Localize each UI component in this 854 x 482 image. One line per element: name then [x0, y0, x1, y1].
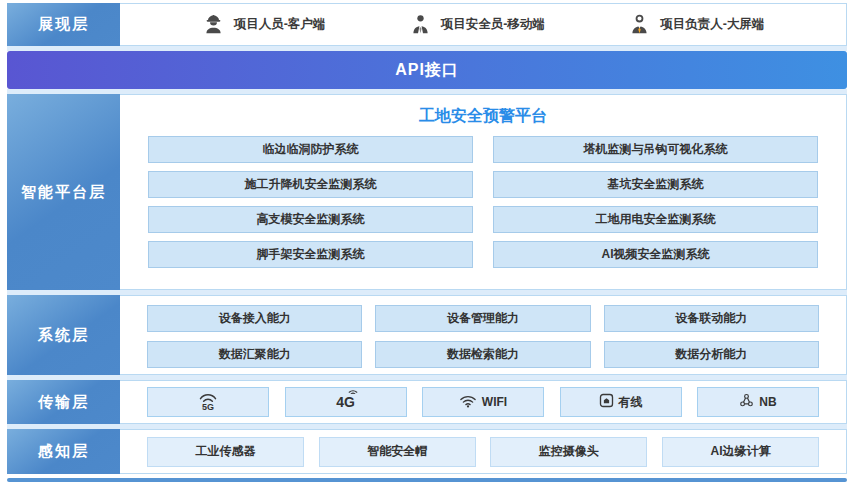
capability-box: 数据检索能力: [375, 341, 590, 368]
system-box: 脚手架安全监测系统: [148, 241, 473, 268]
system-layer-label: 系统层: [7, 295, 120, 375]
platform-layer-label: 智能平台层: [7, 94, 120, 290]
capability-box: 设备联动能力: [604, 305, 819, 332]
system-capabilities-grid: 设备接入能力 设备管理能力 设备联动能力 数据汇聚能力 数据检索能力 数据分析能…: [120, 296, 846, 368]
system-layer-row: 系统层 设备接入能力 设备管理能力 设备联动能力 数据汇聚能力 数据检索能力 数…: [7, 295, 847, 375]
channel-label: 4G: [336, 394, 355, 410]
channel-label: 有线: [619, 394, 643, 411]
channel-label: WIFI: [482, 395, 507, 409]
transport-layer-row: 传输层 5G 4G: [7, 380, 847, 424]
capability-box: 设备管理能力: [375, 305, 590, 332]
device-box: 监控摄像头: [490, 437, 647, 467]
transport-layer-content: 5G 4G: [120, 380, 847, 424]
system-box: 工地用电安全监测系统: [493, 206, 818, 233]
system-box: 高支模安全监测系统: [148, 206, 473, 233]
architecture-diagram: 展现层 项目人员-客户端: [0, 0, 854, 482]
worker-icon: [202, 13, 225, 36]
capability-box: 数据分析能力: [604, 341, 819, 368]
client-label: 项目人员-客户端: [234, 16, 326, 33]
api-bar-label: API接口: [395, 60, 459, 81]
manager-icon: [628, 13, 651, 36]
channel-label: 5G: [202, 403, 214, 412]
client-label: 项目安全员-移动端: [441, 16, 545, 33]
presentation-layer-content: 项目人员-客户端 项目安全员-移动端: [120, 3, 847, 46]
system-layer-content: 设备接入能力 设备管理能力 设备联动能力 数据汇聚能力 数据检索能力 数据分析能…: [120, 295, 847, 375]
channel-box-4g: 4G: [285, 387, 407, 417]
channel-label: NB: [759, 395, 776, 409]
system-box: AI视频安全监测系统: [493, 241, 818, 268]
channel-box-5g: 5G: [147, 387, 269, 417]
platform-layer-row: 智能平台层 工地安全预警平台 临边临洞防护系统 塔机监测与吊钩可视化系统 施工升…: [7, 94, 847, 290]
perception-layer-row: 感知层 工业传感器 智能安全帽 监控摄像头 AI边缘计算: [7, 429, 847, 474]
safety-officer-icon: [409, 13, 432, 36]
capability-box: 数据汇聚能力: [147, 341, 362, 368]
client-label: 项目负责人-大屏端: [660, 16, 764, 33]
channel-box-wifi: WIFI: [422, 387, 544, 417]
system-box: 施工升降机安全监测系统: [148, 171, 473, 198]
platform-layer-content: 工地安全预警平台 临边临洞防护系统 塔机监测与吊钩可视化系统 施工升降机安全监测…: [120, 94, 847, 290]
client-item-pc: 项目人员-客户端: [202, 13, 326, 36]
bottom-accent-bar: [7, 478, 847, 482]
wired-icon: [599, 393, 614, 411]
presentation-layer-row: 展现层 项目人员-客户端: [7, 3, 847, 46]
system-box: 塔机监测与吊钩可视化系统: [493, 136, 818, 163]
presentation-layer-label: 展现层: [7, 3, 120, 46]
device-box: 工业传感器: [147, 437, 304, 467]
platform-title: 工地安全预警平台: [120, 95, 846, 134]
channel-box-wired: 有线: [560, 387, 682, 417]
transport-layer-label: 传输层: [7, 380, 120, 424]
platform-systems-grid: 临边临洞防护系统 塔机监测与吊钩可视化系统 施工升降机安全监测系统 基坑安全监测…: [120, 134, 846, 268]
wifi-icon: [459, 394, 477, 411]
client-item-bigscreen: 项目负责人-大屏端: [628, 13, 764, 36]
api-bar: API接口: [7, 51, 847, 89]
capability-box: 设备接入能力: [147, 305, 362, 332]
device-box: 智能安全帽: [319, 437, 476, 467]
perception-layer-content: 工业传感器 智能安全帽 监控摄像头 AI边缘计算: [120, 429, 847, 474]
device-box: AI边缘计算: [662, 437, 819, 467]
system-box: 基坑安全监测系统: [493, 171, 818, 198]
client-item-mobile: 项目安全员-移动端: [409, 13, 545, 36]
system-box: 临边临洞防护系统: [148, 136, 473, 163]
channel-box-nb: NB: [697, 387, 819, 417]
signal-4g-icon: 4G: [336, 394, 355, 410]
perception-layer-label: 感知层: [7, 429, 120, 474]
nb-iot-icon: [739, 393, 754, 411]
